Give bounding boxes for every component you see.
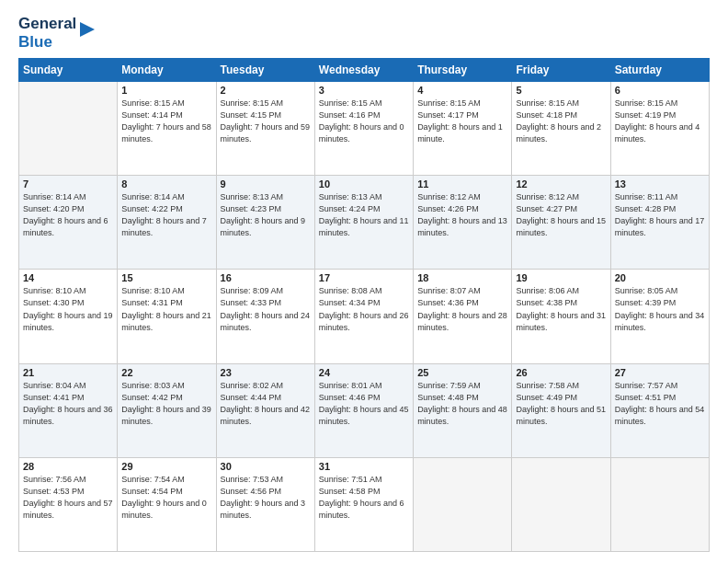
logo-text-general: General xyxy=(18,15,76,33)
cell-content: Sunrise: 7:51 AMSunset: 4:58 PMDaylight:… xyxy=(319,474,409,522)
calendar-cell xyxy=(610,457,709,551)
logo-flag-icon xyxy=(78,20,95,46)
calendar-week-2: 14Sunrise: 8:10 AMSunset: 4:30 PMDayligh… xyxy=(19,270,710,363)
calendar-table: SundayMondayTuesdayWednesdayThursdayFrid… xyxy=(18,58,710,552)
day-header-thursday: Thursday xyxy=(414,59,512,82)
cell-content: Sunrise: 8:15 AMSunset: 4:14 PMDaylight:… xyxy=(121,98,211,145)
day-number: 9 xyxy=(221,178,311,190)
cell-content: Sunrise: 8:06 AMSunset: 4:38 PMDaylight:… xyxy=(516,285,606,333)
svg-marker-0 xyxy=(80,22,95,37)
day-header-friday: Friday xyxy=(512,59,610,82)
cell-content: Sunrise: 8:01 AMSunset: 4:46 PMDaylight:… xyxy=(319,380,409,428)
day-number: 6 xyxy=(615,85,705,96)
cell-content: Sunrise: 8:14 AMSunset: 4:22 PMDaylight:… xyxy=(121,191,211,239)
day-number: 28 xyxy=(23,461,113,472)
calendar-body: 1Sunrise: 8:15 AMSunset: 4:14 PMDaylight… xyxy=(19,82,710,552)
calendar-week-0: 1Sunrise: 8:15 AMSunset: 4:14 PMDaylight… xyxy=(19,82,710,176)
calendar-cell: 28Sunrise: 7:56 AMSunset: 4:53 PMDayligh… xyxy=(19,457,118,551)
day-number: 23 xyxy=(221,367,311,378)
calendar-header-row: SundayMondayTuesdayWednesdayThursdayFrid… xyxy=(19,59,710,82)
header: General Blue xyxy=(18,15,710,51)
cell-content: Sunrise: 7:58 AMSunset: 4:49 PMDaylight:… xyxy=(516,380,606,428)
cell-content: Sunrise: 8:12 AMSunset: 4:26 PMDaylight:… xyxy=(417,191,507,239)
calendar-cell: 9Sunrise: 8:13 AMSunset: 4:23 PMDaylight… xyxy=(216,176,314,270)
calendar-cell: 8Sunrise: 8:14 AMSunset: 4:22 PMDaylight… xyxy=(118,176,216,270)
calendar-week-4: 28Sunrise: 7:56 AMSunset: 4:53 PMDayligh… xyxy=(19,457,710,551)
day-number: 16 xyxy=(221,272,311,283)
calendar-cell: 31Sunrise: 7:51 AMSunset: 4:58 PMDayligh… xyxy=(314,457,413,551)
day-number: 11 xyxy=(417,178,507,190)
day-number: 5 xyxy=(516,85,606,96)
calendar-cell: 15Sunrise: 8:10 AMSunset: 4:31 PMDayligh… xyxy=(118,270,216,363)
calendar-week-3: 21Sunrise: 8:04 AMSunset: 4:41 PMDayligh… xyxy=(19,363,710,457)
cell-content: Sunrise: 8:05 AMSunset: 4:39 PMDaylight:… xyxy=(615,285,705,333)
day-number: 25 xyxy=(417,367,507,378)
day-header-sunday: Sunday xyxy=(19,59,118,82)
day-header-wednesday: Wednesday xyxy=(314,59,413,82)
day-number: 4 xyxy=(417,85,507,96)
calendar-cell: 19Sunrise: 8:06 AMSunset: 4:38 PMDayligh… xyxy=(512,270,610,363)
calendar-cell: 7Sunrise: 8:14 AMSunset: 4:20 PMDaylight… xyxy=(19,176,118,270)
day-number: 1 xyxy=(121,85,211,96)
day-number: 18 xyxy=(417,272,507,283)
calendar-cell: 20Sunrise: 8:05 AMSunset: 4:39 PMDayligh… xyxy=(610,270,709,363)
cell-content: Sunrise: 8:02 AMSunset: 4:44 PMDaylight:… xyxy=(221,380,311,428)
calendar-cell: 29Sunrise: 7:54 AMSunset: 4:54 PMDayligh… xyxy=(118,457,216,551)
calendar-cell: 3Sunrise: 8:15 AMSunset: 4:16 PMDaylight… xyxy=(314,82,413,176)
cell-content: Sunrise: 8:04 AMSunset: 4:41 PMDaylight:… xyxy=(23,380,113,428)
cell-content: Sunrise: 7:59 AMSunset: 4:48 PMDaylight:… xyxy=(417,380,507,428)
calendar-cell: 18Sunrise: 8:07 AMSunset: 4:36 PMDayligh… xyxy=(414,270,512,363)
day-number: 2 xyxy=(221,85,311,96)
calendar-cell: 21Sunrise: 8:04 AMSunset: 4:41 PMDayligh… xyxy=(19,363,118,457)
day-number: 24 xyxy=(319,367,409,378)
calendar-cell: 14Sunrise: 8:10 AMSunset: 4:30 PMDayligh… xyxy=(19,270,118,363)
calendar-cell: 25Sunrise: 7:59 AMSunset: 4:48 PMDayligh… xyxy=(414,363,512,457)
cell-content: Sunrise: 8:08 AMSunset: 4:34 PMDaylight:… xyxy=(319,285,409,333)
cell-content: Sunrise: 8:09 AMSunset: 4:33 PMDaylight:… xyxy=(221,285,311,333)
calendar-cell: 17Sunrise: 8:08 AMSunset: 4:34 PMDayligh… xyxy=(314,270,413,363)
calendar-cell xyxy=(19,82,118,176)
calendar-cell: 6Sunrise: 8:15 AMSunset: 4:19 PMDaylight… xyxy=(610,82,709,176)
calendar-cell: 16Sunrise: 8:09 AMSunset: 4:33 PMDayligh… xyxy=(216,270,314,363)
calendar-cell: 1Sunrise: 8:15 AMSunset: 4:14 PMDaylight… xyxy=(118,82,216,176)
day-header-saturday: Saturday xyxy=(610,59,709,82)
cell-content: Sunrise: 8:15 AMSunset: 4:19 PMDaylight:… xyxy=(615,98,705,145)
day-number: 8 xyxy=(121,178,211,190)
cell-content: Sunrise: 8:12 AMSunset: 4:27 PMDaylight:… xyxy=(516,191,606,239)
day-number: 31 xyxy=(319,461,409,472)
day-number: 14 xyxy=(23,272,113,283)
cell-content: Sunrise: 8:15 AMSunset: 4:18 PMDaylight:… xyxy=(516,98,606,145)
day-number: 21 xyxy=(23,367,113,378)
day-number: 17 xyxy=(319,272,409,283)
calendar-cell: 4Sunrise: 8:15 AMSunset: 4:17 PMDaylight… xyxy=(414,82,512,176)
day-number: 3 xyxy=(319,85,409,96)
day-number: 13 xyxy=(615,178,705,190)
calendar-cell: 23Sunrise: 8:02 AMSunset: 4:44 PMDayligh… xyxy=(216,363,314,457)
calendar-cell: 24Sunrise: 8:01 AMSunset: 4:46 PMDayligh… xyxy=(314,363,413,457)
calendar-cell: 12Sunrise: 8:12 AMSunset: 4:27 PMDayligh… xyxy=(512,176,610,270)
logo-text-blue: Blue xyxy=(18,33,76,52)
cell-content: Sunrise: 8:15 AMSunset: 4:15 PMDaylight:… xyxy=(221,98,311,145)
day-number: 22 xyxy=(121,367,211,378)
cell-content: Sunrise: 7:54 AMSunset: 4:54 PMDaylight:… xyxy=(121,474,211,522)
day-number: 12 xyxy=(516,178,606,190)
day-number: 26 xyxy=(516,367,606,378)
cell-content: Sunrise: 8:15 AMSunset: 4:17 PMDaylight:… xyxy=(417,98,507,145)
day-number: 10 xyxy=(319,178,409,190)
calendar-week-1: 7Sunrise: 8:14 AMSunset: 4:20 PMDaylight… xyxy=(19,176,710,270)
cell-content: Sunrise: 8:10 AMSunset: 4:31 PMDaylight:… xyxy=(121,285,211,333)
cell-content: Sunrise: 7:53 AMSunset: 4:56 PMDaylight:… xyxy=(221,474,311,522)
day-number: 20 xyxy=(615,272,705,283)
cell-content: Sunrise: 8:13 AMSunset: 4:23 PMDaylight:… xyxy=(221,191,311,239)
calendar-cell xyxy=(512,457,610,551)
day-number: 15 xyxy=(121,272,211,283)
cell-content: Sunrise: 8:11 AMSunset: 4:28 PMDaylight:… xyxy=(615,191,705,239)
day-header-tuesday: Tuesday xyxy=(216,59,314,82)
day-number: 19 xyxy=(516,272,606,283)
day-header-monday: Monday xyxy=(118,59,216,82)
cell-content: Sunrise: 8:10 AMSunset: 4:30 PMDaylight:… xyxy=(23,285,113,333)
calendar-cell: 22Sunrise: 8:03 AMSunset: 4:42 PMDayligh… xyxy=(118,363,216,457)
logo: General Blue xyxy=(18,15,95,51)
page: General Blue SundayMondayTuesdayWednesda… xyxy=(0,0,728,563)
calendar-cell: 2Sunrise: 8:15 AMSunset: 4:15 PMDaylight… xyxy=(216,82,314,176)
